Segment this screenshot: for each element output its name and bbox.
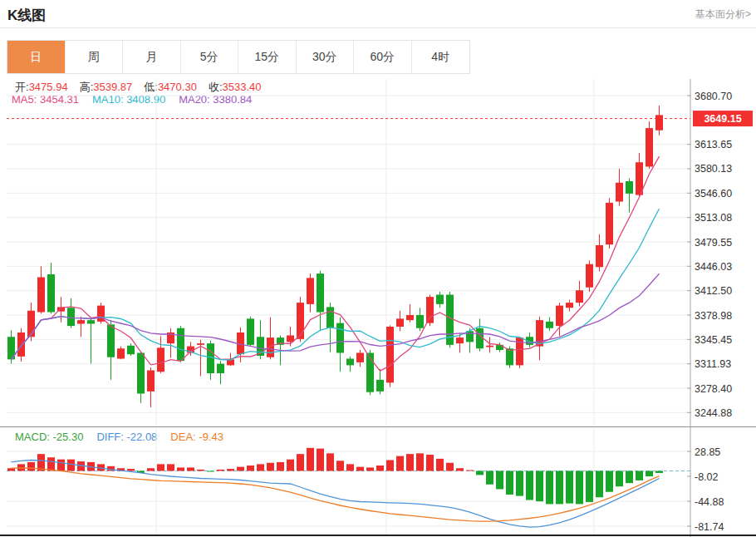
candle-body xyxy=(346,358,354,365)
candle-body xyxy=(626,181,633,194)
macd-bar xyxy=(476,471,484,475)
candle-body xyxy=(436,294,444,303)
price-tick-label: 3378.98 xyxy=(695,310,732,322)
macd-bar xyxy=(217,470,224,471)
macd-bar xyxy=(586,471,593,502)
macd-bar xyxy=(566,471,573,504)
macd-bar xyxy=(267,463,274,471)
candle-body xyxy=(307,278,314,304)
candle-body xyxy=(317,273,324,312)
tab-period-3[interactable]: 5分 xyxy=(181,41,239,73)
candle-body xyxy=(546,322,553,328)
candle-body xyxy=(197,343,204,345)
macd-tick-label: -44.88 xyxy=(695,496,724,508)
macd-bar xyxy=(386,460,394,470)
macd-bar xyxy=(406,454,414,470)
price-tick-label: 3311.93 xyxy=(695,358,731,370)
candle-body xyxy=(177,328,184,361)
macd-bar xyxy=(436,459,444,471)
macd-bar xyxy=(297,454,304,470)
macd-bar xyxy=(187,467,194,470)
candle-body xyxy=(47,274,55,313)
candle-body xyxy=(646,128,653,166)
macd-bar xyxy=(177,467,184,470)
macd-bar xyxy=(237,467,244,471)
price-tick-label: 3345.45 xyxy=(695,334,732,346)
macd-bar xyxy=(57,460,65,471)
candle-body xyxy=(37,277,45,312)
macd-bar xyxy=(466,470,474,471)
fundamental-analysis-link[interactable]: 基本面分析> xyxy=(695,7,751,22)
macd-bar xyxy=(526,471,533,500)
macd-bar xyxy=(227,469,234,470)
tab-period-6[interactable]: 60分 xyxy=(354,41,412,73)
macd-bar xyxy=(446,463,454,471)
macd-bar xyxy=(576,471,583,505)
macd-bar xyxy=(277,462,284,471)
period-tabbar: 日周月5分15分30分60分4时 xyxy=(7,40,470,74)
macd-tick-label: -8.02 xyxy=(695,471,719,483)
bottom-border xyxy=(0,535,756,536)
candle-body xyxy=(596,245,603,267)
candle-body xyxy=(566,303,573,308)
candle-body xyxy=(147,370,155,391)
macd-bar xyxy=(626,471,633,484)
macd-bar xyxy=(257,464,264,470)
candle-body xyxy=(247,318,254,345)
price-tick-label: 3613.65 xyxy=(695,139,732,150)
candle-body xyxy=(406,315,414,320)
candle-body xyxy=(426,297,434,323)
candle-body xyxy=(616,183,623,202)
macd-bar xyxy=(456,468,464,470)
candle-body xyxy=(556,306,563,327)
candle-body xyxy=(207,343,214,373)
macd-bar xyxy=(366,467,374,470)
macd-bar xyxy=(307,448,314,471)
kline-chart[interactable]: 3680.703613.653580.133546.603513.083479.… xyxy=(0,77,756,426)
macd-bar xyxy=(317,449,324,471)
tab-period-4[interactable]: 15分 xyxy=(238,41,297,73)
macd-bar xyxy=(646,471,653,477)
candle-body xyxy=(486,346,493,347)
macd-bar xyxy=(636,471,643,480)
candle-body xyxy=(456,337,464,343)
macd-bar xyxy=(287,460,294,471)
current-price-label: 3649.15 xyxy=(704,113,741,125)
candle-body xyxy=(386,327,394,382)
candle-body xyxy=(655,115,663,130)
candle-body xyxy=(476,328,484,349)
tab-period-5[interactable]: 30分 xyxy=(297,41,355,73)
page-title: K线图 xyxy=(7,6,46,25)
candle-body xyxy=(77,320,85,323)
tab-period-7[interactable]: 4时 xyxy=(412,41,470,73)
macd-bar xyxy=(486,471,493,485)
macd-bar xyxy=(606,471,613,492)
candle-body xyxy=(107,324,115,357)
macd-bar xyxy=(346,464,354,470)
macd-bar xyxy=(616,471,623,487)
candle-body xyxy=(396,318,404,327)
macd-bar xyxy=(396,456,404,471)
price-tick-label: 3513.08 xyxy=(695,212,732,224)
candle-body xyxy=(217,364,224,373)
macd-tick-label: -81.74 xyxy=(695,521,724,533)
candle-body xyxy=(67,308,75,326)
candle-body xyxy=(576,290,583,303)
price-tick-label: 3580.13 xyxy=(695,163,732,175)
macd-bar xyxy=(516,471,523,496)
macd-chart[interactable]: 28.85-8.02-44.88-81.74 xyxy=(0,426,756,537)
macd-bar xyxy=(376,466,384,471)
macd-bar xyxy=(356,467,364,471)
tab-period-0[interactable]: 日 xyxy=(7,41,66,73)
macd-bar xyxy=(506,471,513,495)
tab-period-1[interactable]: 周 xyxy=(66,41,124,73)
price-tick-label: 3479.55 xyxy=(695,237,732,249)
candle-body xyxy=(17,333,25,357)
price-tick-label: 3546.60 xyxy=(695,188,732,200)
tab-period-2[interactable]: 月 xyxy=(123,41,181,73)
candle-body xyxy=(506,348,513,365)
candle-body xyxy=(376,380,384,392)
macd-bar xyxy=(207,471,214,472)
candle-body xyxy=(157,347,164,372)
macd-bar xyxy=(326,453,334,470)
